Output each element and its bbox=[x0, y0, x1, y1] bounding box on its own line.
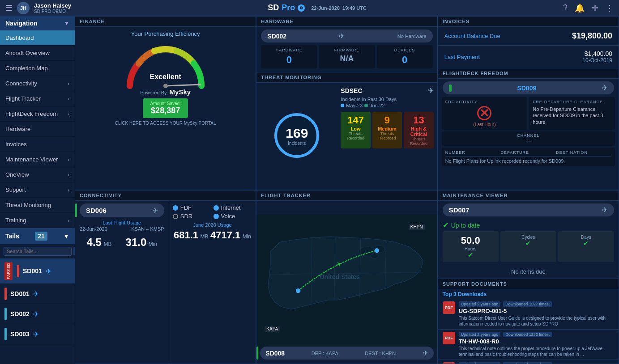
low-num: 147 bbox=[344, 114, 367, 126]
khpn-label: KHPN bbox=[409, 224, 425, 230]
doc-info-2: Updated 2 years ago Downloaded 1232 time… bbox=[459, 332, 614, 357]
fdf-tail: SD009 bbox=[517, 85, 536, 92]
more-icon[interactable]: ⋮ bbox=[606, 3, 614, 13]
logo-pro: Pro bbox=[282, 3, 295, 13]
incidents-label: Incidents In Past 30 Days bbox=[341, 97, 433, 102]
fdf-activity-label: FDF ACTIVITY bbox=[445, 100, 524, 104]
conn-time-val: 31.0 bbox=[126, 236, 147, 248]
click-here-link[interactable]: CLICK HERE TO ACCESS YOUR MySky PORTAL bbox=[115, 121, 216, 126]
help-icon[interactable]: ? bbox=[563, 3, 568, 13]
sidebar-item-aircraft-overview[interactable]: Aircraft Overview bbox=[0, 46, 75, 61]
sidebar-item-oneview[interactable]: OneView › bbox=[0, 167, 75, 182]
finance-title: Your Purchasing Efficiency bbox=[131, 30, 200, 37]
flight-aircraft-bar[interactable]: SD008 DEP : KAPA DEST : KHPN ✈ bbox=[260, 347, 433, 360]
conn-plane-icon: ✈ bbox=[152, 206, 158, 215]
radio-sdr-circle bbox=[173, 214, 178, 219]
sidebar-item-hardware[interactable]: Hardware bbox=[0, 122, 75, 137]
last-payment-label[interactable]: Last Payment bbox=[444, 54, 480, 60]
add-icon[interactable]: ✛ bbox=[592, 3, 598, 13]
tail-color-bar bbox=[4, 328, 7, 340]
nav-header[interactable]: Navigation ▼ bbox=[0, 16, 75, 30]
connectivity-chevron: › bbox=[68, 81, 69, 86]
sdsec-label: SDSEC bbox=[341, 87, 362, 94]
flight-plane-icon: ✈ bbox=[423, 349, 428, 357]
invoices-header: INVOICES bbox=[438, 17, 619, 27]
tail-item-sd001-active[interactable]: PARKED SD001 ✈ bbox=[0, 258, 75, 284]
tail-item-sd001[interactable]: SD001 ✈ bbox=[0, 284, 75, 304]
notification-icon[interactable]: 🔔 bbox=[575, 3, 585, 13]
doc-info-1: Updated 2 years ago Downloaded 1527 time… bbox=[459, 301, 614, 327]
sidebar-item-flight-tracker[interactable]: Flight Tracker › bbox=[0, 91, 75, 106]
plane-icon: ✈ bbox=[33, 290, 39, 298]
radio-voice: Voice bbox=[213, 213, 252, 220]
account-balance-value: $19,800.00 bbox=[572, 31, 612, 41]
firmware-col-label: FIRMWARE bbox=[321, 48, 372, 52]
doc-desc-2: This technical note outlines the proper … bbox=[459, 346, 614, 357]
hamburger-icon[interactable]: ☰ bbox=[5, 3, 13, 13]
topbar-actions: ? 🔔 ✛ ⋮ bbox=[563, 3, 614, 13]
tail-item-sd003[interactable]: SD003 ✈ bbox=[0, 324, 75, 344]
account-balance-label[interactable]: Account Balance Due bbox=[444, 33, 500, 39]
flight-tracker-chevron: › bbox=[68, 96, 69, 102]
fdf-clearance-cell: PRE-DEPARTURE CLEARANCE No Pre-Departure… bbox=[529, 97, 615, 130]
hardware-tail: SD002 bbox=[267, 33, 286, 40]
high-type: High & Critical bbox=[407, 126, 430, 137]
hardware-aircraft-bar[interactable]: SD002 ✈ No Hardware bbox=[261, 30, 432, 42]
sidebar-item-completion-map[interactable]: Completion Map bbox=[0, 61, 75, 76]
fdf-aircraft-bar[interactable]: SD009 ✈ bbox=[443, 81, 614, 94]
tails-chevron[interactable]: ▼ bbox=[63, 233, 69, 240]
maint-aircraft-bar[interactable]: SD007 ✈ bbox=[443, 203, 614, 216]
search-input[interactable] bbox=[4, 247, 72, 256]
radio-sdr-label: SDR bbox=[180, 213, 192, 220]
svg-point-1 bbox=[163, 84, 168, 88]
fdf-clearance-label: PRE-DEPARTURE CLEARANCE bbox=[533, 100, 611, 104]
avatar: JH bbox=[17, 2, 30, 14]
tail-item-sd002[interactable]: SD002 ✈ bbox=[0, 304, 75, 324]
search-box: Search bbox=[0, 244, 75, 258]
radio-fdf-label: FDF bbox=[180, 204, 192, 211]
sidebar-item-maintenance-viewer[interactable]: Maintenance Viewer › bbox=[0, 152, 75, 167]
maint-hours-cell: 50.0 Hours ✔ bbox=[443, 231, 499, 262]
sidebar-item-flightdeck-freedom[interactable]: FlightDeck Freedom › bbox=[0, 106, 75, 122]
support-chevron: › bbox=[68, 187, 69, 193]
nav-label: Navigation bbox=[5, 20, 38, 27]
conn-time-stat: 31.0 Min bbox=[126, 236, 158, 249]
maint-days-check: ✔ bbox=[562, 240, 610, 247]
sidebar-item-support[interactable]: Support › bbox=[0, 182, 75, 198]
doc-updated-1: Updated 2 years ago bbox=[459, 301, 501, 307]
doc-desc-1: This Satcom Direct User Guide is designe… bbox=[459, 315, 614, 327]
usage-mb-stat: 681.1 MB bbox=[174, 229, 209, 241]
sidebar-item-invoices[interactable]: Invoices bbox=[0, 137, 75, 152]
sidebar-item-dashboard[interactable]: Dashboard bbox=[0, 30, 75, 46]
hardware-value: 0 bbox=[264, 54, 314, 66]
conn-aircraft-bar[interactable]: SD006 ✈ bbox=[80, 203, 164, 217]
high-sub: Threats Recorded bbox=[407, 137, 430, 146]
tails-header[interactable]: Tails 21 ▼ bbox=[0, 228, 75, 244]
doc-item-3[interactable]: PDF Updated 2 years ago Downloaded 1198 … bbox=[438, 360, 619, 364]
tail-name: SD001 bbox=[10, 290, 30, 297]
maint-grid: 50.0 Hours ✔ Cycles ✔ Days ✔ bbox=[443, 231, 614, 262]
tail-color-bar bbox=[4, 308, 7, 320]
usage-stats: 681.1 MB 4717.1 Min bbox=[173, 229, 252, 241]
sidebar-item-threat-monitoring[interactable]: Threat Monitoring bbox=[0, 198, 75, 213]
conn-flight-date: 22-Jun-2020 bbox=[80, 226, 107, 232]
main-layout: Navigation ▼ Dashboard Aircraft Overview… bbox=[0, 16, 619, 364]
gauge-svg bbox=[121, 39, 210, 93]
sidebar-item-connectivity[interactable]: Connectivity › bbox=[0, 76, 75, 91]
doc-meta-3: Updated 2 years ago Downloaded 1198 time… bbox=[459, 362, 614, 364]
threat-total-label: Incidents bbox=[288, 141, 306, 146]
conn-flight-route: 22-Jun-2020 KSAN – KMSP bbox=[75, 226, 169, 233]
last-payment-date: 10-Oct-2019 bbox=[582, 57, 612, 63]
june-usage-label: June 2020 Usage bbox=[173, 222, 252, 228]
doc-downloaded-1: Downloaded 1527 times. bbox=[503, 301, 552, 307]
conn-stats: 4.5 MB 31.0 Min bbox=[75, 233, 169, 252]
radio-fdf: FDF bbox=[173, 204, 212, 211]
doc-item-1[interactable]: PDF Updated 2 years ago Downloaded 1527 … bbox=[438, 299, 619, 330]
conn-route: KSAN – KMSP bbox=[131, 226, 164, 232]
conn-tail: SD006 bbox=[86, 207, 107, 214]
doc-item-2[interactable]: PDF Updated 2 years ago Downloaded 1232 … bbox=[438, 330, 619, 360]
sidebar-item-training[interactable]: Training › bbox=[0, 213, 75, 228]
us-label: United States bbox=[320, 273, 359, 280]
finance-panel: FINANCE Your Purchasing Efficiency bbox=[75, 16, 256, 190]
svg-line-0 bbox=[166, 85, 201, 86]
